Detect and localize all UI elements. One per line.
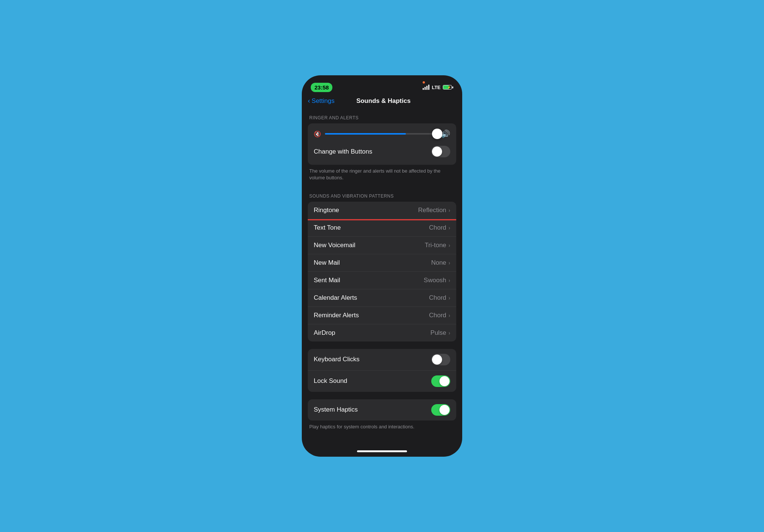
sent-mail-chevron-icon: › [448, 277, 450, 283]
sounds-section-label: SOUNDS AND VIBRATION PATTERNS [302, 188, 462, 202]
ringer-helper-text: The volume of the ringer and alerts will… [302, 165, 462, 187]
sent-mail-label: Sent Mail [314, 277, 340, 284]
airdrop-value: Pulse [430, 329, 447, 337]
ringtone-row[interactable]: Ringtone Reflection › [308, 202, 456, 219]
slider-fill [325, 133, 406, 135]
new-mail-chevron-icon: › [448, 260, 450, 266]
toggle-knob [432, 147, 442, 157]
text-tone-right: Chord › [429, 224, 450, 232]
new-mail-value: None [431, 259, 447, 267]
signal-bars [423, 85, 429, 90]
text-tone-chevron-icon: › [448, 225, 450, 231]
text-tone-label: Text Tone [314, 224, 341, 232]
toggles-group: Keyboard Clicks Lock Sound [308, 349, 456, 392]
lock-sound-label: Lock Sound [314, 377, 347, 385]
reminder-alerts-right: Chord › [429, 312, 450, 319]
change-with-buttons-label: Change with Buttons [314, 148, 372, 155]
ringtone-label: Ringtone [314, 207, 339, 214]
page-title: Sounds & Haptics [335, 97, 432, 105]
change-with-buttons-toggle[interactable] [431, 146, 450, 157]
reminder-alerts-label: Reminder Alerts [314, 312, 359, 319]
keyboard-clicks-row[interactable]: Keyboard Clicks [308, 349, 456, 371]
text-tone-row[interactable]: Text Tone Chord › [308, 219, 456, 237]
haptics-group: System Haptics [308, 399, 456, 421]
status-right: LTE ⚡ [423, 85, 453, 90]
battery-icon: ⚡ [443, 85, 453, 89]
sent-mail-value: Swoosh [424, 277, 446, 284]
volume-slider-row[interactable]: 🔇 🔊 [314, 129, 450, 138]
new-voicemail-chevron-icon: › [448, 242, 450, 248]
system-haptics-toggle[interactable] [431, 404, 450, 416]
reminder-alerts-row[interactable]: Reminder Alerts Chord › [308, 307, 456, 324]
volume-slider-track[interactable] [325, 133, 437, 135]
airdrop-row[interactable]: AirDrop Pulse › [308, 324, 456, 341]
calendar-alerts-value: Chord [429, 294, 446, 302]
volume-low-icon: 🔇 [314, 130, 321, 138]
battery-body: ⚡ [443, 85, 452, 89]
lock-toggle-knob [439, 376, 450, 386]
spacer-1 [302, 341, 462, 349]
reminder-alerts-chevron-icon: › [448, 312, 450, 318]
system-haptics-row[interactable]: System Haptics [308, 399, 456, 421]
calendar-alerts-row[interactable]: Calendar Alerts Chord › [308, 289, 456, 307]
keyboard-clicks-toggle[interactable] [431, 354, 450, 365]
lte-label: LTE [432, 85, 441, 90]
calendar-alerts-chevron-icon: › [448, 295, 450, 301]
system-haptics-label: System Haptics [314, 406, 358, 413]
sounds-group: Ringtone Reflection › Text Tone Chord › … [308, 202, 456, 341]
calendar-alerts-right: Chord › [429, 294, 450, 302]
back-button[interactable]: ‹ Settings [308, 97, 335, 105]
battery-tip [452, 86, 453, 88]
haptics-helper-text: Play haptics for system controls and int… [302, 421, 462, 436]
change-with-buttons-row: Change with Buttons [314, 144, 450, 159]
home-indicator [357, 450, 407, 452]
status-time: 23:58 [311, 83, 332, 92]
lock-sound-toggle[interactable] [431, 375, 450, 387]
signal-dot [423, 81, 425, 84]
keyboard-toggle-knob [432, 355, 442, 365]
new-voicemail-row[interactable]: New Voicemail Tri-tone › [308, 237, 456, 254]
lock-sound-row[interactable]: Lock Sound [308, 371, 456, 392]
keyboard-clicks-label: Keyboard Clicks [314, 356, 360, 363]
phone-container: 23:58 LTE ⚡ ‹ Settings Sounds & Haptics [302, 75, 462, 457]
ringer-section-label: RINGER AND ALERTS [302, 109, 462, 123]
text-tone-value: Chord [429, 224, 446, 232]
airdrop-right: Pulse › [430, 329, 450, 337]
new-voicemail-right: Tri-tone › [425, 242, 450, 249]
battery-bolt: ⚡ [447, 86, 451, 89]
new-voicemail-value: Tri-tone [425, 242, 446, 249]
ringtone-value: Reflection [418, 207, 447, 214]
reminder-alerts-value: Chord [429, 312, 446, 319]
ringtone-chevron-icon: › [448, 207, 450, 213]
ringtone-right: Reflection › [418, 207, 450, 214]
haptics-toggle-knob [439, 405, 450, 415]
calendar-alerts-label: Calendar Alerts [314, 294, 357, 302]
status-bar: 23:58 LTE ⚡ [302, 75, 462, 94]
new-mail-right: None › [431, 259, 450, 267]
new-mail-label: New Mail [314, 259, 340, 267]
airdrop-label: AirDrop [314, 329, 335, 337]
airdrop-chevron-icon: › [448, 330, 450, 336]
spacer-2 [302, 392, 462, 399]
back-label: Settings [311, 97, 334, 105]
new-voicemail-label: New Voicemail [314, 242, 356, 249]
slider-thumb[interactable] [432, 129, 442, 139]
back-chevron-icon: ‹ [308, 97, 310, 105]
nav-header: ‹ Settings Sounds & Haptics [302, 94, 462, 109]
sent-mail-row[interactable]: Sent Mail Swoosh › [308, 272, 456, 289]
new-mail-row[interactable]: New Mail None › [308, 254, 456, 272]
ringer-section: 🔇 🔊 Change with Buttons [308, 123, 456, 165]
sent-mail-right: Swoosh › [424, 277, 450, 284]
content-scroll[interactable]: RINGER AND ALERTS 🔇 🔊 Change with Button… [302, 109, 462, 447]
